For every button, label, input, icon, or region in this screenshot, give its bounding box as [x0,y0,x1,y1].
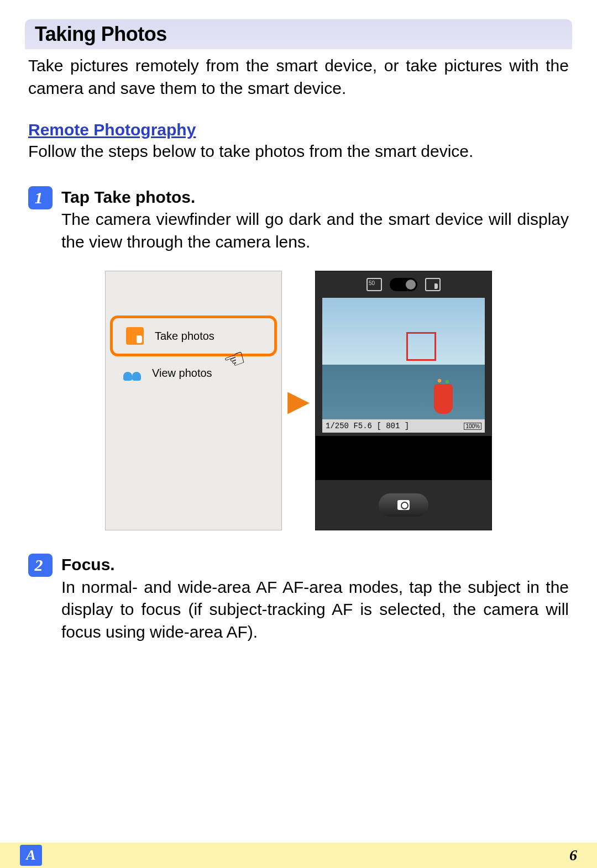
exposure-info-bar: 1/250 F5.6 [ 801 ] 100% [322,419,485,433]
step-2-title-suffix: . [110,555,114,574]
step-2: 2 Focus. In normal- and wide-area AF AF-… [25,554,572,643]
touch-shutter-icon [425,278,441,291]
step-2-title: Focus. [61,555,115,574]
focus-box [406,332,436,361]
phone-screenshot-menu: Take photos ☜ View photos [105,271,282,530]
camera-mode-icon [366,278,382,291]
step-1-body: The camera viewfinder will go dark and t… [61,210,569,251]
battery-indicator: 100% [464,423,481,430]
figure-row: Take photos ☜ View photos ▶ 1/250 F5.6 [… [25,271,572,530]
page-number: 6 [569,846,577,864]
section-intro: Take pictures remotely from the smart de… [25,49,572,99]
arrow-right-icon: ▶ [287,384,310,417]
touch-camera-icon [125,326,145,346]
step-number-badge: 2 [28,554,53,577]
mode-toggle[interactable] [390,278,417,291]
subsection-intro: Follow the steps below to take photos fr… [25,139,572,163]
shutter-bar [316,480,491,530]
people-icon [122,363,142,383]
step-1-title: Tap Take photos. [61,188,195,206]
phone-screenshot-viewfinder: 1/250 F5.6 [ 801 ] 100% [315,271,492,530]
subject-drink [434,384,453,414]
menu-item-take-photos[interactable]: Take photos ☜ [110,315,277,356]
step-1-title-bold: Take photos [94,188,190,206]
step-1-title-suffix: . [191,188,195,206]
step-2-body: In normal- and wide-area AF AF-area mode… [61,578,569,641]
menu-item-view-photos[interactable]: View photos [106,356,281,390]
subsection-heading: Remote Photography [25,120,572,139]
viewfinder-top-bar [316,271,491,298]
menu-item-label: Take photos [155,330,214,343]
thumbnail-strip [316,436,491,480]
camera-icon [397,500,410,510]
step-1: 1 Tap Take photos. The camera viewfinder… [25,186,572,254]
step-1-title-prefix: Tap [61,188,94,206]
step-2-title-bold: Focus [61,555,110,574]
exposure-readout: 1/250 F5.6 [ 801 ] [326,422,409,430]
section-heading: Taking Photos [25,19,572,49]
step-number-badge: 1 [28,186,53,209]
live-view[interactable] [322,298,485,419]
section-letter-badge: A [20,845,42,866]
shutter-button[interactable] [379,493,428,517]
page-footer: A 6 [0,843,597,868]
menu-item-label: View photos [152,367,212,380]
